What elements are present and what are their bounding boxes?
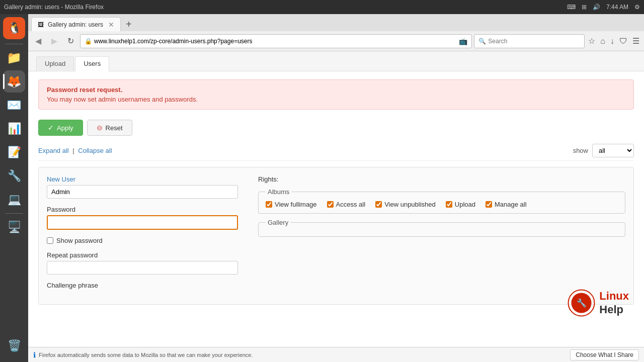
tab-users[interactable]: Users — [75, 56, 109, 71]
reset-label: Reset — [106, 124, 123, 132]
reset-button[interactable]: ⊖ Reset — [87, 120, 132, 136]
forward-button[interactable]: ▶ — [47, 34, 61, 48]
password-input[interactable] — [47, 215, 238, 230]
new-user-label: New User — [47, 175, 238, 183]
view-unpublished-label: View unpublished — [384, 201, 436, 208]
dock-item-terminal[interactable]: 💻 — [3, 189, 25, 211]
upload-checkbox[interactable] — [446, 201, 452, 208]
tab-upload[interactable]: Upload — [36, 56, 74, 71]
dock-item-tools[interactable]: 🔧 — [3, 165, 25, 187]
screen-icon: 📺 — [459, 37, 467, 45]
browser-tab[interactable]: 🖼 Gallery admin: users ✕ — [31, 17, 121, 31]
apply-check-icon: ✓ — [48, 124, 54, 132]
logo-text: Linux Help — [599, 290, 629, 316]
nav-bar: ◀ ▶ ↻ 🔒 📺 🔍 ☆ ⌂ ↓ 🛡 ☰ — [28, 31, 644, 51]
gallery-label: Gallery — [266, 219, 290, 226]
rights-manage-all: Manage all — [486, 201, 527, 208]
status-bar: ℹ Firefox automatically sends some data … — [28, 347, 644, 362]
rights-view-fullimage: View fullimage — [266, 201, 317, 208]
refresh-button[interactable]: ↻ — [63, 34, 78, 48]
user-form: New User Password Show pa — [47, 175, 238, 296]
logo-area: 🔧 Linux Help — [568, 289, 629, 317]
settings-icon: ⚙ — [634, 4, 640, 11]
view-unpublished-checkbox[interactable] — [375, 201, 382, 208]
dock-item-email[interactable]: ✉️ — [3, 94, 25, 116]
url-input[interactable] — [94, 38, 457, 45]
view-fullimage-checkbox[interactable] — [266, 201, 272, 208]
dock-item-firefox[interactable]: 🦊 — [3, 70, 25, 93]
separator: | — [72, 147, 76, 154]
page-content: Upload Users Password reset request. You… — [28, 51, 644, 362]
show-label: show — [573, 147, 588, 154]
download-button[interactable]: ↓ — [609, 35, 616, 47]
show-filter: show all active inactive — [573, 144, 634, 157]
expand-collapse-bar: Expand all | Collapse all — [38, 147, 112, 154]
filter-bar: Expand all | Collapse all show all activ… — [38, 144, 634, 161]
upload-label: Upload — [455, 201, 475, 208]
tab-favicon: 🖼 — [38, 21, 44, 28]
svg-text:🔧: 🔧 — [577, 298, 587, 308]
manage-all-checkbox[interactable] — [486, 201, 492, 208]
shield-button[interactable]: 🛡 — [618, 35, 629, 47]
dock-item-spreadsheet[interactable]: 📊 — [3, 118, 25, 140]
grid-icon: ⊞ — [582, 4, 587, 11]
show-password-checkbox[interactable] — [47, 237, 53, 244]
expand-all-link[interactable]: Expand all — [38, 147, 70, 154]
choose-share-button[interactable]: Choose What I Share — [570, 349, 639, 360]
content-box: New User Password Show pa — [38, 167, 634, 305]
search-bar[interactable]: 🔍 — [474, 34, 585, 48]
alert-text: You may now set admin usernames and pass… — [47, 96, 625, 103]
info-icon: ℹ — [33, 351, 36, 359]
dock-item-presentation[interactable]: 📝 — [3, 141, 25, 163]
rights-title: Rights: — [258, 175, 625, 183]
lock-icon: 🔒 — [85, 38, 92, 45]
search-input[interactable] — [488, 38, 580, 45]
show-password-group: Show password — [47, 237, 238, 244]
volume-icon: 🔊 — [593, 4, 600, 11]
manage-all-label: Manage all — [495, 201, 527, 208]
collapse-all-link[interactable]: Collapse all — [78, 147, 112, 154]
albums-group: Albums View fullimage Access all — [258, 188, 625, 214]
back-button[interactable]: ◀ — [31, 34, 45, 48]
gallery-group: Gallery — [258, 219, 625, 237]
left-dock: 🐧 📁 🦊 ✉️ 📊 📝 🔧 💻 🖥️ — [0, 14, 28, 362]
show-select[interactable]: all active inactive — [592, 144, 634, 157]
firefox-notice: ℹ Firefox automatically sends some data … — [33, 351, 253, 359]
show-password-label[interactable]: Show password — [56, 237, 103, 244]
menu-button[interactable]: ☰ — [631, 35, 641, 47]
reset-circle-icon: ⊖ — [97, 124, 103, 132]
password-label: Password — [47, 206, 238, 213]
new-user-group: New User — [47, 175, 238, 199]
rights-view-unpublished: View unpublished — [375, 201, 436, 208]
challenge-phrase-group: Challenge phrase — [47, 282, 238, 289]
new-user-input[interactable] — [47, 185, 238, 199]
page-tab-bar: Upload Users — [28, 51, 644, 71]
tab-title: Gallery admin: users — [48, 21, 103, 28]
access-all-checkbox[interactable] — [327, 201, 334, 208]
access-all-label: Access all — [336, 201, 366, 208]
alert-title: Password reset request. — [47, 86, 625, 94]
albums-label: Albums — [266, 188, 291, 196]
firefox-notice-text: Firefox automatically sends some data to… — [39, 352, 253, 358]
clock: 7:44 AM — [606, 4, 628, 11]
home-button[interactable]: ⌂ — [599, 35, 607, 47]
apply-button[interactable]: ✓ Apply — [38, 120, 83, 136]
os-title: Gallery admin: users - Mozilla Firefox — [4, 4, 104, 11]
dock-item-files[interactable]: 📁 — [3, 47, 25, 69]
rights-access-all: Access all — [327, 201, 366, 208]
repeat-password-input[interactable] — [47, 261, 238, 275]
logo-icon: 🔧 — [568, 289, 595, 317]
tab-close-icon[interactable]: ✕ — [108, 21, 114, 29]
dock-item-ubuntu[interactable]: 🐧 — [3, 17, 25, 39]
dock-item-system[interactable]: 🖥️ — [3, 216, 25, 238]
rights-upload: Upload — [446, 201, 475, 208]
bookmark-button[interactable]: ☆ — [587, 35, 597, 47]
password-group: Password — [47, 206, 238, 230]
rights-section: Rights: Albums View fullimage — [258, 175, 625, 296]
repeat-password-group: Repeat password — [47, 251, 238, 275]
tab-bar: 🖼 Gallery admin: users ✕ + — [28, 14, 644, 31]
new-tab-button[interactable]: + — [121, 17, 137, 31]
dock-item-trash[interactable]: 🗑️ — [3, 335, 25, 357]
repeat-password-label: Repeat password — [47, 251, 238, 259]
address-bar[interactable]: 🔒 📺 — [80, 34, 472, 48]
